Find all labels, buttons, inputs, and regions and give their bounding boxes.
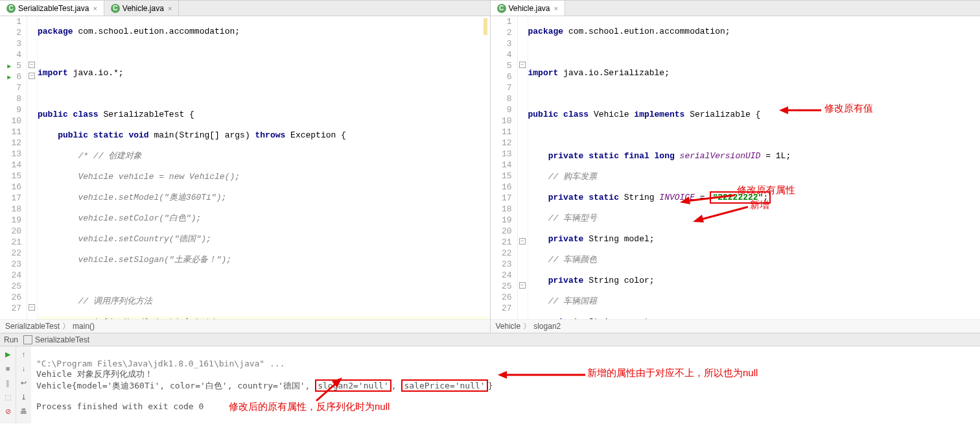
- chevron-right-icon: 〉: [62, 321, 70, 332]
- console-line: Vehicle{model='奥迪360Ti', color='白色', cou…: [36, 379, 493, 392]
- console-line: "C:\Program Files\Java\jdk1.8.0_161\bin\…: [36, 359, 285, 368]
- console-line: Process finished with exit code 0: [36, 401, 204, 411]
- dump-button[interactable]: ⬚: [3, 392, 13, 402]
- fold-icon[interactable]: −: [519, 62, 526, 68]
- breadcrumb-item: main(): [73, 322, 95, 331]
- java-class-icon: C: [6, 4, 16, 13]
- run-tab-label[interactable]: Run: [4, 335, 18, 344]
- down-button[interactable]: ↓: [19, 363, 29, 374]
- left-tabs: C SerializableTest.java × C Vehicle.java…: [0, 1, 490, 16]
- breadcrumb-item: Vehicle: [496, 322, 521, 331]
- scroll-end-button[interactable]: ⤓: [19, 392, 29, 402]
- rerun-button[interactable]: ▶: [3, 349, 13, 359]
- close-icon[interactable]: ×: [168, 5, 172, 12]
- console-panel: ▶ ■ ‖ ⬚ ⊘ ↑ ↓ ↩ ⤓ 🖶 "C:\Program Files\Ja…: [0, 346, 980, 424]
- exit-button[interactable]: ⊘: [3, 406, 13, 416]
- annotation-new-null: 新增的属性由于对应不上，所以也为null: [587, 367, 758, 379]
- tab-label: Vehicle.java: [509, 4, 550, 13]
- right-editor-pane: C Vehicle.java × 1234 5678 9101112 13141…: [491, 1, 981, 333]
- stop-button[interactable]: ■: [3, 363, 13, 374]
- left-code-lines: package com.school.eution.accommodation;…: [38, 16, 490, 319]
- left-breadcrumb[interactable]: SerializableTest 〉 main(): [0, 319, 490, 333]
- fold-icon[interactable]: −: [29, 73, 35, 79]
- fold-icon[interactable]: −: [29, 304, 35, 311]
- right-fold-column: − − −: [518, 16, 528, 319]
- run-toolbar: Run SerializableTest: [0, 333, 980, 346]
- right-gutter: 1234 5678 9101112 13141516 17181920 2122…: [491, 16, 518, 319]
- soft-wrap-button[interactable]: ↩: [19, 377, 29, 388]
- right-breadcrumb[interactable]: Vehicle 〉 slogan2: [491, 319, 981, 333]
- annotation-modify-value: 修改原有值: [824, 102, 873, 115]
- console-tools-left: ▶ ■ ‖ ⬚ ⊘: [0, 346, 16, 424]
- fold-icon[interactable]: −: [29, 62, 35, 68]
- breadcrumb-item: SerializableTest: [5, 322, 60, 331]
- tab-vehicle-right[interactable]: C Vehicle.java ×: [491, 1, 565, 16]
- tab-vehicle-left[interactable]: C Vehicle.java ×: [104, 1, 179, 16]
- right-code-lines: package com.school.eution.accommodation;…: [528, 16, 981, 319]
- close-icon[interactable]: ×: [554, 5, 558, 12]
- left-gutter: 1234 ▶ 5▶ 6 78910 11121314 15161718 1920…: [0, 16, 27, 319]
- java-class-icon: C: [111, 4, 120, 13]
- marker-stripe: [484, 18, 487, 35]
- up-button[interactable]: ↑: [19, 349, 29, 359]
- pause-button[interactable]: ‖: [3, 377, 13, 388]
- tab-label: Vehicle.java: [122, 4, 164, 13]
- svg-marker-7: [498, 371, 507, 379]
- annotation-modified-null: 修改后的原有属性，反序列化时为null: [229, 401, 390, 413]
- left-fold-column: − − −: [27, 16, 38, 319]
- arrow-icon: [498, 369, 585, 381]
- console-line: Vehicle 对象反序列化成功！: [36, 369, 153, 379]
- right-tabs: C Vehicle.java ×: [491, 1, 981, 16]
- fold-icon[interactable]: −: [519, 282, 526, 289]
- annotation-modify-attr: 修改原有属性: [737, 184, 795, 197]
- java-class-icon: C: [497, 4, 506, 13]
- console-output[interactable]: "C:\Program Files\Java\jdk1.8.0_161\bin\…: [31, 346, 980, 424]
- console-tools-right: ↑ ↓ ↩ ⤓ 🖶: [16, 346, 31, 424]
- left-editor-pane: C SerializableTest.java × C Vehicle.java…: [0, 1, 491, 333]
- right-code-area[interactable]: 1234 5678 9101112 13141516 17181920 2122…: [491, 16, 981, 319]
- run-config-name[interactable]: SerializableTest: [35, 335, 89, 344]
- close-icon[interactable]: ×: [93, 5, 97, 12]
- annotation-new: 新增: [750, 199, 769, 211]
- left-code-area[interactable]: 1234 ▶ 5▶ 6 78910 11121314 15161718 1920…: [0, 16, 490, 319]
- tab-label: SerializableTest.java: [18, 4, 89, 13]
- tab-serializabletest[interactable]: C SerializableTest.java ×: [0, 1, 104, 16]
- print-button[interactable]: 🖶: [19, 406, 29, 416]
- run-config-icon: [23, 335, 32, 344]
- breadcrumb-item: slogan2: [533, 322, 561, 331]
- fold-icon[interactable]: −: [519, 238, 526, 245]
- chevron-right-icon: 〉: [523, 321, 531, 332]
